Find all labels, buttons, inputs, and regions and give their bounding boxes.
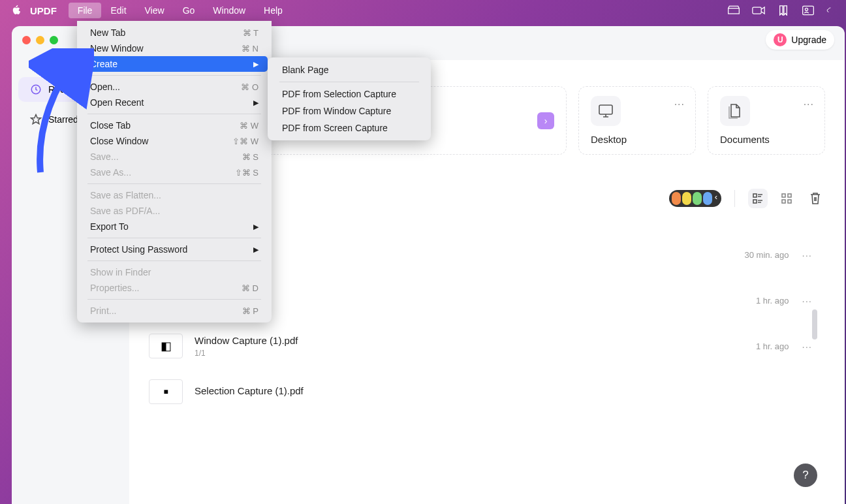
minimize-window-button[interactable] xyxy=(36,36,44,44)
menu-item-label: Save As... xyxy=(90,167,131,178)
file-row[interactable]: ◧ Window Capture (1).pdf 1/1 1 hr. ago ·… xyxy=(149,323,812,369)
file-name: Window Capture (1).pdf xyxy=(195,335,756,346)
card-desktop[interactable]: ··· Desktop xyxy=(578,86,696,155)
menu-item-close-window[interactable]: Close Window⇧⌘ W xyxy=(81,133,268,149)
menu-item-export-to[interactable]: Export To▶ xyxy=(81,219,268,234)
menu-shortcut: ⌘ W xyxy=(240,121,258,131)
menu-separator xyxy=(87,75,261,76)
traffic-lights xyxy=(22,36,58,44)
color-swatch xyxy=(693,192,702,205)
card-label: Desktop xyxy=(591,134,683,145)
file-time: 1 hr. ago xyxy=(756,341,789,351)
menu-item-show-in-finder: Show in Finder xyxy=(81,264,268,280)
svg-rect-5 xyxy=(599,105,612,114)
menu-item-save-as-: Save As...⇧⌘ S xyxy=(81,165,268,180)
sidebar-label: Starred xyxy=(48,114,78,125)
grid-view-button[interactable] xyxy=(777,189,796,208)
file-info: Selection Capture (1).pdf xyxy=(195,385,812,399)
camera-icon[interactable] xyxy=(752,5,765,16)
clock-icon xyxy=(30,84,42,95)
color-swatch xyxy=(703,192,712,205)
menu-view[interactable]: View xyxy=(136,3,174,18)
file-info: Window Capture (1).pdf 1/1 xyxy=(195,335,756,358)
help-button[interactable]: ? xyxy=(794,464,817,487)
submenu-item-blank-page[interactable]: Blank Page xyxy=(272,61,427,78)
menu-separator xyxy=(87,299,261,300)
menu-separator xyxy=(279,82,419,82)
card-label: Documents xyxy=(720,134,813,145)
menu-item-label: Export To xyxy=(90,221,129,232)
card-more-icon[interactable]: ··· xyxy=(674,99,685,110)
menu-item-label: Protect Using Password xyxy=(90,244,187,255)
menu-window[interactable]: Window xyxy=(204,3,255,18)
menu-separator xyxy=(87,238,261,238)
menu-shortcut: ⇧⌘ W xyxy=(232,136,258,146)
trash-button[interactable] xyxy=(806,189,825,208)
color-filter[interactable]: ‹ xyxy=(669,190,721,207)
menu-item-label: New Tab xyxy=(90,27,125,38)
sidebar-label: Recent xyxy=(48,84,77,95)
cloud-icon[interactable] xyxy=(826,5,836,16)
submenu-item-pdf-from-screen-capture[interactable]: PDF from Screen Capture xyxy=(272,119,427,136)
menu-shortcut: ⌘ O xyxy=(241,82,258,92)
apple-logo-icon xyxy=(10,5,22,16)
file-more-icon[interactable]: ··· xyxy=(802,295,812,306)
contact-icon[interactable] xyxy=(802,5,815,16)
submenu-item-pdf-from-selection-capture[interactable]: PDF from Selection Capture xyxy=(272,86,427,102)
file-row[interactable]: ■ Selection Capture (1).pdf xyxy=(149,369,812,415)
menu-shortcut: ⇧⌘ S xyxy=(235,168,258,178)
bookmark-icon[interactable] xyxy=(777,5,790,16)
upgrade-badge-icon: U xyxy=(774,33,787,46)
app-name: UPDF xyxy=(30,5,57,16)
menu-item-save-: Save...⌘ S xyxy=(81,149,268,165)
file-more-icon[interactable]: ··· xyxy=(802,249,812,260)
desktop-icon xyxy=(591,96,621,126)
card-documents[interactable]: ··· Documents xyxy=(708,86,825,155)
menu-file[interactable]: File xyxy=(69,3,102,18)
menu-item-new-window[interactable]: New Window⌘ N xyxy=(81,40,268,56)
submenu-item-pdf-from-window-capture[interactable]: PDF from Window Capture xyxy=(272,102,427,119)
create-submenu: Blank PagePDF from Selection CapturePDF … xyxy=(268,57,431,140)
card-more-icon[interactable]: ··· xyxy=(804,99,814,110)
menu-item-open-[interactable]: Open...⌘ O xyxy=(81,79,268,95)
menu-go[interactable]: Go xyxy=(174,3,204,18)
menu-item-label: Open... xyxy=(90,82,120,92)
menu-shortcut: ⌘ T xyxy=(243,28,258,38)
svg-rect-9 xyxy=(788,194,791,197)
menu-item-open-recent[interactable]: Open Recent▶ xyxy=(81,95,268,110)
chevron-left-icon: ‹ xyxy=(713,192,719,205)
menu-item-properties-: Properties...⌘ D xyxy=(81,280,268,296)
menu-shortcut: ⌘ S xyxy=(242,152,258,162)
close-window-button[interactable] xyxy=(22,36,31,44)
svg-rect-7 xyxy=(753,200,757,203)
list-view-button[interactable] xyxy=(748,189,768,208)
menu-edit[interactable]: Edit xyxy=(101,3,135,18)
color-swatch xyxy=(682,192,691,205)
maximize-window-button[interactable] xyxy=(50,36,58,44)
menu-shortcut: ⌘ P xyxy=(242,306,258,316)
file-more-icon[interactable]: ··· xyxy=(802,341,812,352)
scrollbar-thumb[interactable] xyxy=(812,309,817,339)
menu-item-create[interactable]: Create▶ xyxy=(81,56,268,72)
chevron-right-icon: ▶ xyxy=(253,99,258,107)
upgrade-label: Upgrade xyxy=(791,35,826,45)
svg-rect-2 xyxy=(803,6,814,14)
menu-separator xyxy=(87,114,261,114)
file-thumbnail: ◧ xyxy=(149,334,183,358)
svg-point-3 xyxy=(805,8,807,10)
menu-item-protect-using-password[interactable]: Protect Using Password▶ xyxy=(81,242,268,257)
file-info: .pdf xyxy=(195,294,756,307)
store-icon[interactable] xyxy=(727,5,740,16)
file-meta: 1/1 xyxy=(195,349,756,358)
menu-item-label: Properties... xyxy=(90,283,139,293)
menu-separator xyxy=(87,183,261,184)
menu-help[interactable]: Help xyxy=(255,3,292,18)
menu-item-new-tab[interactable]: New Tab⌘ T xyxy=(81,25,268,40)
upgrade-button[interactable]: U Upgrade xyxy=(766,30,834,50)
svg-rect-8 xyxy=(782,194,785,197)
toolbar-right: ‹ xyxy=(669,189,825,208)
file-menu-dropdown: New Tab⌘ TNew Window⌘ NCreate▶Open...⌘ O… xyxy=(77,21,272,323)
menu-separator xyxy=(87,260,261,261)
menu-item-close-tab[interactable]: Close Tab⌘ W xyxy=(81,118,268,133)
menu-item-label: Save as Flatten... xyxy=(90,190,161,200)
